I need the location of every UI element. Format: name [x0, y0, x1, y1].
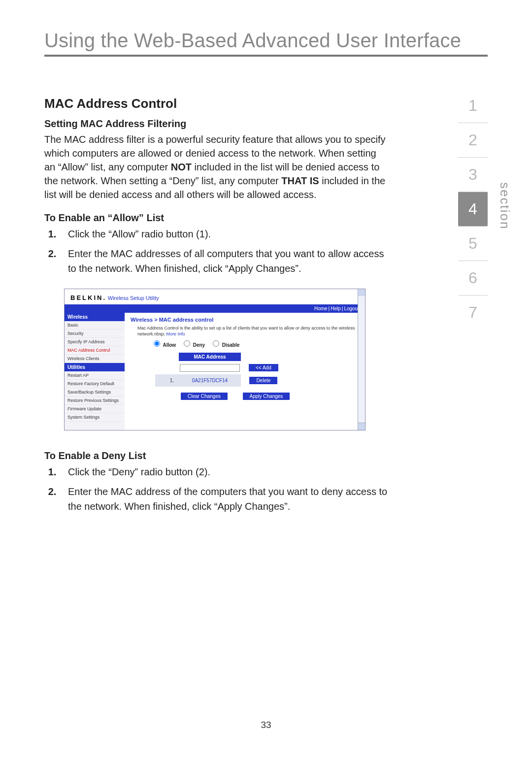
sidebar: Wireless Basic Security Specify IP Addre… — [65, 313, 125, 430]
sidebar-item-security[interactable]: Security — [65, 330, 125, 338]
mac-input[interactable] — [180, 364, 240, 372]
header-rule — [44, 55, 488, 57]
section-nav-2[interactable]: 2 — [458, 123, 488, 157]
radio-disable[interactable]: Disable — [210, 342, 239, 348]
brand-logo: BELKIN. — [70, 294, 106, 301]
mode-radio-group: Allow Deny Disable — [151, 339, 359, 348]
nav-home[interactable]: Home — [313, 306, 329, 311]
sidebar-item-specify-ip[interactable]: Specify IP Address — [65, 338, 125, 346]
row-index: 1. — [155, 374, 179, 387]
sidebar-item-restore-previous[interactable]: Restore Previous Settings — [65, 396, 125, 405]
section-nav: 1 2 3 4 5 6 7 — [458, 89, 488, 330]
radio-allow-label: Allow — [163, 342, 176, 348]
section-nav-3[interactable]: 3 — [458, 157, 488, 192]
deny-step-2: Enter the MAC address of the computers t… — [59, 484, 389, 514]
clear-changes-button[interactable]: Clear Changes — [181, 393, 228, 400]
main-panel: Wireless > MAC address control Mac Addre… — [125, 313, 365, 430]
section-nav-4[interactable]: 4 — [458, 192, 488, 226]
heading-enable-allow: To Enable an “Allow” List — [44, 212, 389, 224]
sidebar-item-system-settings[interactable]: System Settings — [65, 413, 125, 422]
radio-deny-label: Deny — [193, 342, 205, 348]
section-label: section — [497, 182, 512, 230]
intro-paragraph: The MAC address filter is a powerful sec… — [44, 132, 389, 201]
router-ui-screenshot: BELKIN. Wireless Setup Utility Home|Help… — [64, 289, 366, 430]
para-bold-thatis: THAT IS — [281, 175, 319, 186]
radio-allow[interactable]: Allow — [151, 342, 176, 348]
section-nav-7[interactable]: 7 — [458, 295, 488, 330]
para-bold-not: NOT — [171, 162, 192, 172]
scroll-up-icon[interactable] — [358, 289, 365, 297]
radio-deny-input[interactable] — [184, 340, 190, 347]
page-title: Using the Web-Based Advanced User Interf… — [44, 30, 488, 52]
sidebar-item-wireless-clients[interactable]: Wireless Clients — [65, 355, 125, 363]
apply-changes-button[interactable]: Apply Changes — [243, 393, 290, 400]
breadcrumb: Wireless > MAC address control — [131, 317, 359, 323]
description-text: Mac Address Control is the ability to se… — [137, 326, 359, 337]
radio-disable-label: Disable — [222, 342, 240, 348]
mac-table-header: MAC Address — [179, 353, 241, 362]
delete-button[interactable]: Delete — [249, 377, 277, 384]
page-number: 33 — [0, 720, 532, 730]
utility-title: Wireless Setup Utility — [108, 295, 159, 301]
sidebar-head-utilities: Utilities — [65, 363, 125, 371]
mac-table: MAC Address << Add 1. 0A21F57DCF14 Delet… — [155, 353, 283, 387]
radio-allow-input[interactable] — [154, 340, 160, 347]
sidebar-item-mac-control[interactable]: MAC Address Control — [65, 346, 125, 355]
section-nav-1[interactable]: 1 — [458, 89, 488, 123]
deny-step-1: Click the “Deny” radio button (2). — [59, 464, 389, 479]
section-nav-5[interactable]: 5 — [458, 226, 488, 261]
radio-disable-input[interactable] — [213, 340, 219, 347]
allow-step-2: Enter the MAC addresses of all computers… — [59, 246, 389, 276]
deny-steps: Click the “Deny” radio button (2). Enter… — [59, 464, 389, 514]
row-mac: 0A21F57DCF14 — [179, 374, 241, 387]
heading-enable-deny: To Enable a Deny List — [44, 450, 389, 462]
sidebar-item-basic[interactable]: Basic — [65, 321, 125, 330]
nav-help[interactable]: Help — [330, 306, 342, 311]
add-button[interactable]: << Add — [249, 364, 278, 371]
allow-steps: Click the “Allow” radio button (1). Ente… — [59, 227, 389, 276]
heading-setting-filter: Setting MAC Address Filtering — [44, 118, 389, 130]
heading-mac-control: MAC Address Control — [44, 96, 389, 111]
sidebar-head-wireless: Wireless — [65, 313, 125, 321]
top-nav-bar: Home|Help|Logout — [65, 304, 365, 313]
section-nav-6[interactable]: 6 — [458, 261, 488, 295]
radio-deny[interactable]: Deny — [181, 342, 205, 348]
sidebar-item-save-backup[interactable]: Save/Backup Settings — [65, 388, 125, 396]
allow-step-1: Click the “Allow” radio button (1). — [59, 227, 389, 241]
sidebar-item-restart-ap[interactable]: Restart AP — [65, 371, 125, 380]
more-info-link[interactable]: More Info — [166, 331, 185, 336]
sidebar-item-restore-default[interactable]: Restore Factory Default — [65, 380, 125, 388]
sidebar-item-firmware-update[interactable]: Firmware Update — [65, 405, 125, 413]
